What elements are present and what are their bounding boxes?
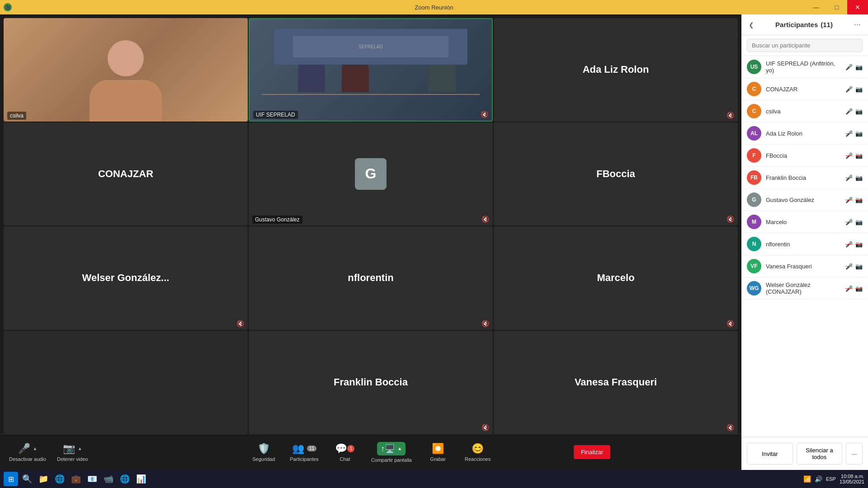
participant-row-csilva-sidebar[interactable]: C csilva 🎤 📷 [741, 100, 868, 122]
avatar-franklin: FB [747, 170, 761, 185]
participant-name-marcelo: Marcelo [597, 272, 634, 284]
record-button[interactable]: ⏺️ Grabar [425, 443, 452, 462]
video-muted-gustavo: 📷 [855, 197, 863, 203]
mute-icon-uif: 🔇 [481, 111, 488, 118]
participant-row-vanesa[interactable]: VF Vanesa Frasqueri 🎤 📷 [741, 255, 868, 277]
p-name-welser: Welser González (CONAJZAR) [766, 282, 841, 295]
p-icons-gustavo: 🎤 📷 [845, 197, 863, 203]
mic-muted-ada: 🎤 [845, 130, 853, 137]
video-cell-vanesa[interactable]: Vanesa Frasqueri 🔇 [494, 331, 738, 434]
participant-row-gustavo[interactable]: G Gustavo González 🎤 📷 [741, 189, 868, 211]
start-button[interactable]: ⊞ [4, 472, 18, 486]
taskbar-volume-icon[interactable]: 🔊 [815, 475, 822, 483]
video-muted-fboccia: 📷 [855, 152, 863, 159]
participant-row-conajzar[interactable]: C CONAJZAR 🎤 📷 [741, 78, 868, 100]
video-cell-conajzar[interactable]: CONAJZAR [4, 122, 248, 226]
participant-row-nflorentin[interactable]: N nflorentin 🎤 📷 [741, 233, 868, 255]
close-button[interactable]: ✕ [847, 0, 868, 14]
participant-name-franklin: Franklin Boccia [334, 376, 408, 388]
avatar-marcelo: M [747, 215, 761, 229]
participant-list: US UIF SEPRELAD (Anfitrión, yo) 🎤 📷 C CO… [741, 56, 868, 437]
video-cell-uif[interactable]: SEPRELAD UIF SEPRELAD 🔇 [249, 18, 493, 122]
shield-icon: 🛡️ [258, 443, 270, 455]
avatar-welser: WG [747, 281, 761, 296]
minimize-button[interactable]: — [806, 0, 826, 14]
sidebar-more-icon[interactable]: ··· [854, 20, 861, 29]
participant-row-uif[interactable]: US UIF SEPRELAD (Anfitrión, yo) 🎤 📷 [741, 56, 868, 78]
video-cell-fboccia[interactable]: FBoccia 🔇 [494, 122, 738, 226]
avatar-uif: US [747, 60, 761, 74]
video-icon-conajzar: 📷 [855, 86, 863, 93]
taskbar: ⊞ 🔍 📁 🌐 💼 📧 📹 🌐 📊 📶 🔊 ESP 10:08 a.m. 13/… [0, 470, 868, 488]
share-screen-button[interactable]: ↑🖥️▲ Compartir pantalla [371, 442, 412, 463]
video-cell-welser[interactable]: Welser González... 🔇 [4, 226, 248, 330]
video-muted-marcelo: 📷 [855, 219, 863, 225]
p-icons-uif: 🎤 📷 [845, 64, 863, 70]
p-name-franklin: Franklin Boccia [766, 174, 841, 181]
participant-name-welser: Welser González... [82, 272, 170, 284]
p-name-marcelo: Marcelo [766, 219, 841, 225]
mute-all-button[interactable]: Silenciar a todos [797, 443, 843, 465]
maximize-button[interactable]: □ [826, 0, 847, 14]
p-icons-conajzar: 🎤 📷 [845, 86, 863, 93]
video-cell-gustavo[interactable]: G Gustavo González 🔇 [249, 122, 493, 226]
video-cell-marcelo[interactable]: Marcelo 🔇 [494, 226, 738, 330]
taskbar-ie[interactable]: 🌐 [118, 472, 132, 486]
video-button[interactable]: 📷▲ Detener video [57, 443, 88, 462]
video-muted-welser: 📷 [855, 285, 863, 292]
participant-name-nflorentin: nflorentin [348, 272, 393, 284]
reactions-button[interactable]: 😊 Reacciones [464, 443, 491, 462]
video-cell-csilva[interactable]: csilva [4, 18, 248, 122]
video-muted-vanesa: 📷 [855, 263, 863, 270]
taskbar-files[interactable]: 📁 [36, 472, 51, 486]
cell-label-uif: UIF SEPRELAD [253, 111, 298, 119]
mute-icon-vanesa: 🔇 [726, 424, 734, 431]
participant-row-marcelo[interactable]: M Marcelo 🎤 📷 [741, 211, 868, 233]
taskbar-outlook[interactable]: 📧 [85, 472, 99, 486]
audio-button[interactable]: 🎤▲ Desactivar audio [9, 443, 46, 462]
avatar-conajzar: C [747, 82, 761, 96]
p-name-vanesa: Vanesa Frasqueri [766, 263, 841, 270]
p-icons-vanesa: 🎤 📷 [845, 263, 863, 270]
sidebar-footer: Invitar Silenciar a todos ··· [741, 437, 868, 470]
participant-name-fboccia: FBoccia [596, 168, 635, 180]
video-cell-franklin[interactable]: Franklin Boccia 🔇 [249, 331, 493, 434]
sidebar-collapse-icon[interactable]: ❮ [749, 21, 754, 28]
avatar-ada: AL [747, 126, 761, 141]
video-cell-nflorentin[interactable]: nflorentin 🔇 [249, 226, 493, 330]
video-cell-ada[interactable]: Ada Liz Rolon 🔇 [494, 18, 738, 122]
p-icons-franklin: 🎤 📷 [845, 174, 863, 181]
mute-icon-franklin: 🔇 [481, 424, 489, 431]
mic-muted-vanesa: 🎤 [845, 263, 853, 270]
mic-muted-franklin: 🎤 [845, 174, 853, 181]
search-input[interactable] [747, 39, 863, 52]
security-button[interactable]: 🛡️ Seguridad [250, 443, 277, 462]
end-meeting-button[interactable]: Finalizar [574, 445, 610, 459]
participant-row-ada[interactable]: AL Ada Liz Rolon 🎤 📷 [741, 122, 868, 145]
taskbar-powerpoint[interactable]: 📊 [134, 472, 148, 486]
mute-icon-marcelo: 🔇 [726, 320, 734, 327]
video-muted-nflorentin: 📷 [855, 241, 863, 248]
participant-row-fboccia[interactable]: F FBoccia 🎤 📷 [741, 145, 868, 167]
participant-row-franklin[interactable]: FB Franklin Boccia 🎤 📷 [741, 167, 868, 189]
video-grid: csilva SEPRELAD [0, 14, 741, 434]
taskbar-chrome[interactable]: 🌐 [52, 472, 67, 486]
invite-button[interactable]: Invitar [747, 443, 793, 465]
reactions-icon: 😊 [472, 443, 484, 455]
taskbar-zoom[interactable]: 📹 [101, 472, 116, 486]
end-meeting-area: Finalizar [574, 445, 610, 459]
taskbar-search[interactable]: 🔍 [20, 472, 34, 486]
avatar-fboccia: F [747, 148, 761, 163]
participant-row-welser[interactable]: WG Welser González (CONAJZAR) 🎤 📷 [741, 277, 868, 300]
chat-button[interactable]: 💬 1 Chat [331, 443, 359, 462]
taskbar-teams[interactable]: 💼 [69, 472, 83, 486]
sidebar-header: ❮ Participantes (11) ··· [741, 14, 868, 35]
taskbar-right: 📶 🔊 ESP 10:08 a.m. 13/05/2021 [803, 474, 864, 484]
participants-button[interactable]: 👥 11 Participantes [290, 443, 319, 462]
more-options-button[interactable]: ··· [846, 443, 863, 465]
cell-label-csilva: csilva [7, 112, 26, 120]
mic-icon-uif: 🎤 [845, 64, 853, 70]
p-name-fboccia: FBoccia [766, 152, 841, 159]
titlebar: 🎥 Zoom Reunión — □ ✕ [0, 0, 868, 14]
taskbar-lang: ESP [826, 476, 836, 482]
